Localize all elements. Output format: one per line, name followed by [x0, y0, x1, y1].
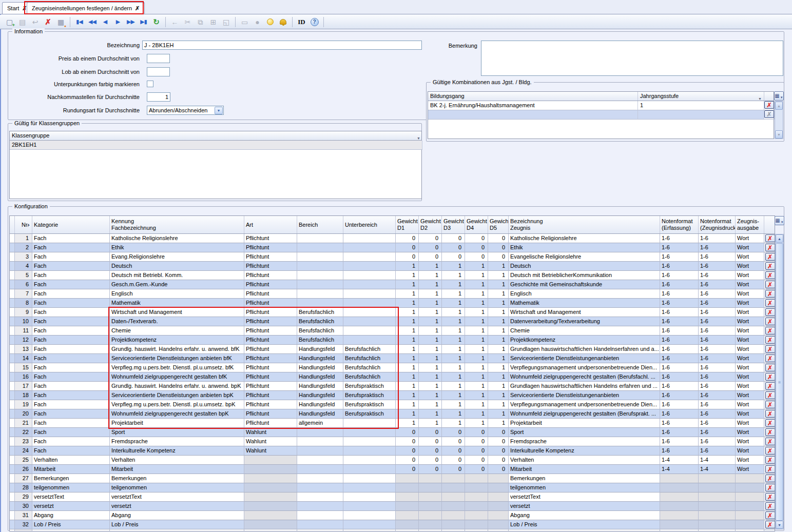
delete-row-button[interactable]: ✗	[765, 345, 775, 353]
row-selector[interactable]	[10, 372, 15, 382]
copy-button[interactable]: ⧉	[194, 16, 207, 28]
table-row[interactable]: 14FachServiceorientierte Dienstleistunge…	[10, 354, 775, 363]
delete-row-button[interactable]: ✗	[765, 234, 775, 242]
delete-row-button[interactable]: ✗	[765, 447, 775, 455]
konfiguration-scrollbar[interactable]: ▲ ≡ ▼	[775, 234, 784, 529]
delete-row-button[interactable]: ✗	[764, 101, 774, 109]
cut-button[interactable]: ✂	[181, 16, 194, 28]
column-header-kennung[interactable]: KennungFachbezeichnung	[110, 216, 244, 233]
column-header-del[interactable]	[764, 216, 775, 233]
table-row[interactable]: 24FachInterkulturelle KompetenzWahlunt00…	[10, 446, 775, 456]
delete-row-button[interactable]: ✗	[765, 382, 775, 390]
delete-row-button[interactable]: ✗	[765, 281, 775, 288]
column-header-jahrgangsstufe[interactable]: Jahrgangsstufe ▼	[638, 92, 764, 101]
delete-row-button[interactable]: ✗	[765, 354, 775, 362]
row-selector[interactable]	[10, 289, 15, 299]
table-row[interactable]: 8FachMathematikPflichtunt11111Mathematik…	[10, 299, 775, 308]
delete-row-button[interactable]: ✗	[765, 373, 775, 381]
table-row[interactable]: 6FachGesch.m.Gem.-KundePflichtunt11111Ge…	[10, 280, 775, 289]
back-button[interactable]: ←	[168, 16, 181, 28]
delete-row-button[interactable]: ✗	[765, 484, 775, 491]
delete-row-button[interactable]: ✗	[765, 336, 775, 344]
row-selector[interactable]	[10, 409, 15, 419]
kombinationen-grid-settings-button[interactable]: ▦ ▼	[774, 91, 784, 101]
delete-row-button[interactable]: ✗	[765, 465, 775, 473]
column-header-ausgabe[interactable]: Zeugnis-ausgabe	[736, 216, 764, 233]
table-row[interactable]: 20FachWohnumfeld zielgruppengerecht gest…	[10, 409, 775, 419]
filter-dropdown-icon[interactable]: ▼	[417, 134, 420, 140]
scroll-down-icon[interactable]: ▼	[775, 130, 783, 139]
delete-row-button[interactable]: ✗	[765, 299, 775, 307]
klassengruppe-row[interactable]: 2BK1EH1	[10, 141, 421, 150]
row-selector[interactable]	[10, 502, 15, 511]
chevron-down-icon[interactable]: ▼	[215, 107, 223, 114]
row-selector[interactable]	[10, 363, 15, 372]
previous-record-button[interactable]: ◀	[99, 16, 111, 28]
table-row[interactable]: 17FachGrundlg. hauswirt. Handelns erfahr…	[10, 382, 775, 391]
column-header-d1[interactable]: GewichtD1	[396, 216, 419, 233]
column-header-nf2[interactable]: Notenformat(Zeugnisdruck)	[699, 216, 736, 233]
row-selector[interactable]	[10, 391, 15, 400]
next-record-button[interactable]: ▶	[111, 16, 124, 28]
row-selector[interactable]	[10, 345, 15, 354]
row-selector[interactable]	[10, 419, 15, 428]
delete-row-button[interactable]: ✗	[764, 110, 774, 118]
form-settings-button[interactable]: ▦●	[54, 16, 67, 28]
row-selector[interactable]	[10, 262, 15, 271]
paste-button[interactable]: ⊞	[207, 16, 220, 28]
row-selector[interactable]	[10, 280, 15, 289]
delete-row-button[interactable]: ✗	[765, 428, 775, 436]
scrollbar-thumb[interactable]: ≡	[776, 243, 783, 521]
column-header-art[interactable]: Art	[244, 216, 297, 233]
table-row[interactable]: 9FachWirtschaft und ManagementPflichtunt…	[10, 308, 775, 317]
column-header-sel[interactable]	[10, 216, 15, 233]
table-row[interactable]: 13FachGrundlg. hauswirt. Handelns erfahr…	[10, 345, 775, 354]
row-selector[interactable]	[10, 520, 15, 529]
row-selector[interactable]	[10, 511, 15, 520]
delete-record-button[interactable]: ✗	[42, 16, 54, 28]
table-row[interactable]: 11FachChemiePflichtuntBerufsfachlich1111…	[10, 326, 775, 336]
row-selector[interactable]	[10, 243, 15, 252]
column-header-bereich[interactable]: Bereich	[297, 216, 343, 233]
delete-row-button[interactable]: ✗	[765, 271, 775, 279]
delete-row-button[interactable]: ✗	[765, 290, 775, 298]
scroll-up-icon[interactable]: ▲	[776, 234, 783, 243]
id-button[interactable]: ID	[295, 16, 308, 28]
unterpunktungen-checkbox[interactable]	[147, 81, 153, 87]
row-selector[interactable]	[10, 428, 15, 437]
row-selector[interactable]	[10, 446, 15, 456]
row-selector[interactable]	[10, 252, 15, 262]
table-row[interactable]	[10, 529, 775, 531]
row-selector[interactable]	[10, 474, 15, 483]
preis-input[interactable]	[147, 54, 170, 63]
row-selector[interactable]	[10, 317, 15, 326]
table-row[interactable]: 23FachFremdspracheWahlunt00000Fremdsprac…	[10, 437, 775, 446]
row-selector[interactable]	[10, 308, 15, 317]
row-selector[interactable]	[10, 354, 15, 363]
table-row[interactable]: 4FachDeutschPflichtunt11111Deutsch1-61-6…	[10, 262, 775, 271]
delete-row-button[interactable]: ✗	[765, 253, 775, 261]
delete-row-button[interactable]: ✗	[765, 327, 775, 334]
column-header-bildungsgang[interactable]: Bildungsgang	[428, 92, 638, 101]
scroll-down-icon[interactable]: ▼	[776, 521, 783, 529]
table-row[interactable]: 12FachProjektkompetenzPflichtuntBerufsfa…	[10, 336, 775, 345]
delete-row-button[interactable]: ✗	[765, 521, 775, 528]
tab-zeugniseinstellungen[interactable]: Zeugniseinstellungen festlegen / ändern✗	[27, 2, 145, 14]
row-selector[interactable]	[10, 456, 15, 465]
bemerkung-textarea[interactable]	[481, 41, 783, 76]
table-row[interactable]: 28teilgenommenteilgenommenteilgenommen✗	[10, 483, 775, 492]
delete-row-button[interactable]: ✗	[765, 244, 775, 251]
column-header-d2[interactable]: GewichtD2	[419, 216, 442, 233]
kombinationen-scrollbar[interactable]: ▲ ▼	[775, 101, 783, 139]
row-selector[interactable]	[10, 271, 15, 280]
notification-button[interactable]	[277, 16, 289, 28]
delete-row-button[interactable]: ✗	[765, 262, 775, 270]
lob-input[interactable]	[147, 67, 170, 76]
delete-row-button[interactable]: ✗	[765, 493, 775, 501]
delete-row-button[interactable]: ✗	[765, 502, 775, 510]
konfiguration-grid-settings-button[interactable]: ▦ ▼	[775, 216, 784, 225]
table-row[interactable]: 27BemerkungenBemerkungenBemerkungen✗	[10, 474, 775, 483]
undo-button[interactable]: ↩	[29, 16, 42, 28]
kombination-row-empty[interactable]: ✗	[428, 110, 774, 120]
row-selector[interactable]	[10, 492, 15, 502]
